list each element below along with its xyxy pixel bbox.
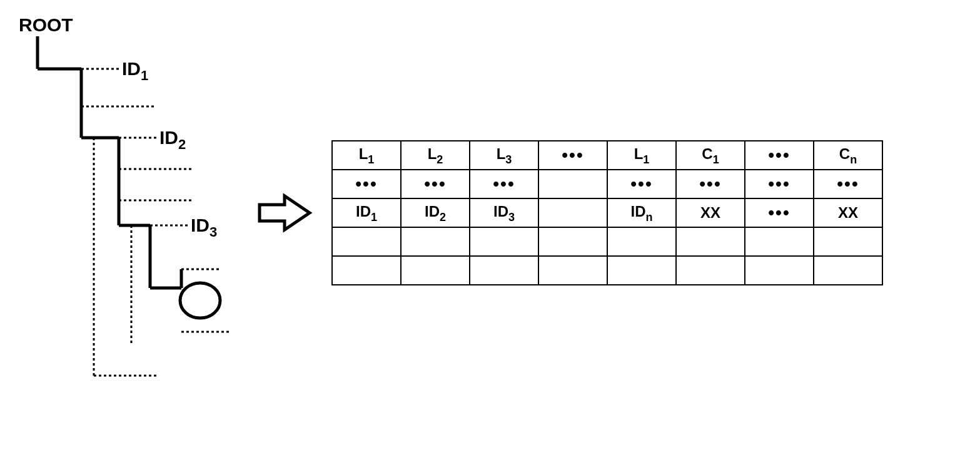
table-cell: L1 xyxy=(607,141,676,170)
table-row: L1L2L3•••L1C1•••Cn xyxy=(332,141,882,170)
table-cell: ••• xyxy=(470,170,538,198)
table-cell: ••• xyxy=(332,170,401,198)
table-cell xyxy=(607,227,676,256)
table-row xyxy=(332,256,882,285)
table-cell: XX xyxy=(676,198,745,227)
table-cell: L1 xyxy=(332,141,401,170)
table-cell xyxy=(745,256,814,285)
table-cell xyxy=(814,256,882,285)
table-cell xyxy=(401,227,470,256)
table-row xyxy=(332,227,882,256)
arrow-icon xyxy=(256,191,313,235)
table-cell: ••• xyxy=(745,198,814,227)
table-cell: XX xyxy=(814,198,882,227)
diagram-container: ROOT ID1 ID2 ID3 xyxy=(13,13,967,413)
table-cell: IDn xyxy=(607,198,676,227)
table-cell: ID3 xyxy=(470,198,538,227)
table-cell xyxy=(745,227,814,256)
leaf-node-icon xyxy=(180,283,220,318)
table-cell xyxy=(538,256,607,285)
table-cell xyxy=(401,256,470,285)
tree-node-id2: ID2 xyxy=(159,127,186,152)
table-cell: ID2 xyxy=(401,198,470,227)
table-cell: ••• xyxy=(676,170,745,198)
table-cell xyxy=(470,227,538,256)
table-cell: ••• xyxy=(401,170,470,198)
table-cell xyxy=(538,227,607,256)
table-cell xyxy=(676,256,745,285)
tree-node-id3: ID3 xyxy=(191,215,217,240)
table-cell: L3 xyxy=(470,141,538,170)
table-cell xyxy=(814,227,882,256)
table-cell: C1 xyxy=(676,141,745,170)
table-cell xyxy=(332,227,401,256)
table-cell: ••• xyxy=(607,170,676,198)
table-cell: L2 xyxy=(401,141,470,170)
table-cell xyxy=(607,256,676,285)
svg-marker-20 xyxy=(260,196,310,230)
table-cell: ••• xyxy=(814,170,882,198)
table-row: ••••••••••••••••••••• xyxy=(332,170,882,198)
table-cell: ••• xyxy=(745,141,814,170)
table-cell: ••• xyxy=(538,141,607,170)
tree-diagram: ROOT ID1 ID2 ID3 xyxy=(13,13,238,413)
table-cell xyxy=(676,227,745,256)
table-row: ID1ID2ID3IDnXX•••XX xyxy=(332,198,882,227)
tree-node-id1: ID1 xyxy=(122,58,148,83)
table-cell xyxy=(538,198,607,227)
root-label: ROOT xyxy=(19,14,73,35)
table-cell xyxy=(332,256,401,285)
table-cell: Cn xyxy=(814,141,882,170)
table-cell xyxy=(470,256,538,285)
mapping-table: L1L2L3•••L1C1•••Cn•••••••••••••••••••••I… xyxy=(331,140,883,285)
table-cell: ••• xyxy=(745,170,814,198)
table-cell xyxy=(538,170,607,198)
table-cell: ID1 xyxy=(332,198,401,227)
